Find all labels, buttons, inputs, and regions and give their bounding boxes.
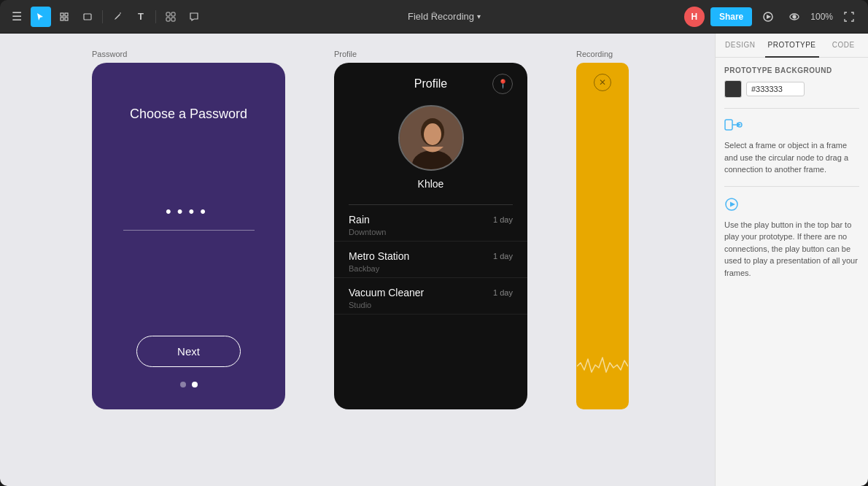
- waveform: [577, 337, 628, 398]
- profile-avatar: [398, 105, 464, 171]
- track-time-metro: 1 day: [493, 252, 513, 261]
- track-metro[interactable]: Metro Station 1 day Backbay: [334, 242, 527, 278]
- svg-rect-7: [166, 18, 170, 21]
- track-rain[interactable]: Rain 1 day Downtown: [334, 205, 527, 242]
- play-instruction-text: Use the play button in the top bar to pl…: [724, 219, 859, 279]
- password-frame-label: Password: [92, 50, 127, 58]
- track-name-metro: Metro Station: [349, 250, 409, 262]
- color-value-input[interactable]: [746, 82, 805, 96]
- pen-tool[interactable]: [107, 7, 128, 27]
- tab-code[interactable]: Code: [819, 34, 869, 57]
- topbar-center: Field Recording ▾: [210, 11, 678, 22]
- menu-icon[interactable]: ☰: [9, 7, 25, 26]
- color-input-row: [724, 80, 859, 98]
- svg-point-12: [793, 15, 796, 18]
- topbar: ☰ T: [0, 0, 868, 34]
- svg-rect-6: [171, 12, 175, 16]
- svg-marker-10: [767, 15, 771, 19]
- tool-separator: [102, 10, 103, 23]
- connection-instruction-text: Select a frame or object in a frame and …: [724, 139, 859, 176]
- panel-divider-2: [724, 186, 859, 187]
- svg-rect-4: [84, 14, 91, 20]
- zoom-level[interactable]: 100%: [810, 12, 833, 22]
- notification-dot: [433, 12, 436, 15]
- location-icon[interactable]: 📍: [492, 74, 513, 94]
- panel-content: Prototype Background: [716, 58, 868, 486]
- tab-prototype[interactable]: Prototype: [765, 34, 819, 58]
- track-location-vacuum: Studio: [349, 301, 513, 309]
- connection-icon: [724, 116, 748, 134]
- panel-divider-1: [724, 108, 859, 109]
- right-panel: Design Prototype Code Prototype Backgrou…: [715, 34, 868, 486]
- profile-username: Khloe: [334, 178, 527, 190]
- prototype-bg-label: Prototype Background: [724, 66, 859, 74]
- profile-frame: Profile 📍 Khloe: [334, 63, 527, 409]
- svg-rect-1: [65, 13, 68, 16]
- canvas[interactable]: Password Profile Recording Choose a Pass…: [0, 34, 715, 486]
- profile-frame-title: Profile: [414, 77, 447, 90]
- svg-rect-8: [171, 18, 175, 21]
- avatar-image: [400, 107, 462, 169]
- svg-rect-17: [725, 120, 732, 130]
- text-tool[interactable]: T: [131, 7, 151, 27]
- play-icon: [724, 196, 748, 213]
- share-button[interactable]: Share: [710, 7, 752, 26]
- password-frame: Choose a Password •••• Next: [92, 63, 285, 409]
- tool-separator-2: [155, 10, 156, 23]
- track-time-rain: 1 day: [493, 215, 513, 224]
- project-title[interactable]: Field Recording ▾: [408, 11, 481, 22]
- profile-frame-label: Profile: [334, 50, 357, 58]
- component-tool[interactable]: [160, 7, 181, 27]
- preview-button[interactable]: [784, 7, 805, 27]
- track-name-rain: Rain: [349, 214, 370, 225]
- dot-1: [180, 382, 186, 387]
- instruction-connection: Select a frame or object in a frame and …: [724, 116, 859, 176]
- svg-rect-2: [61, 18, 63, 20]
- dot-2: [192, 382, 198, 387]
- track-location-metro: Backbay: [349, 264, 513, 273]
- topbar-right: H Share 100%: [684, 7, 859, 27]
- profile-header: Profile 📍: [334, 63, 527, 98]
- svg-marker-20: [730, 201, 735, 207]
- instruction-play: Use the play button in the top bar to pl…: [724, 196, 859, 279]
- password-dots: ••••: [166, 202, 212, 221]
- fullscreen-button[interactable]: [839, 7, 859, 27]
- recording-frame: ✕: [576, 63, 629, 409]
- main-area: Password Profile Recording Choose a Pass…: [0, 34, 868, 486]
- track-vacuum[interactable]: Vacuum Cleaner 1 day Studio: [334, 278, 527, 315]
- svg-point-16: [424, 123, 441, 145]
- next-button[interactable]: Next: [136, 336, 241, 367]
- frame-tool[interactable]: [54, 7, 74, 27]
- comment-tool[interactable]: [184, 7, 204, 27]
- panel-tabs: Design Prototype Code: [716, 34, 868, 58]
- track-name-vacuum: Vacuum Cleaner: [349, 287, 424, 298]
- password-underline: [123, 230, 255, 231]
- user-avatar[interactable]: H: [684, 7, 705, 27]
- recording-close-button[interactable]: ✕: [594, 74, 611, 91]
- svg-rect-5: [166, 12, 170, 16]
- rectangle-tool[interactable]: [77, 7, 98, 27]
- select-tool[interactable]: [31, 7, 51, 27]
- pagination-dots: [180, 382, 198, 387]
- track-location-rain: Downtown: [349, 228, 513, 236]
- toolbar-tools: T: [31, 7, 204, 27]
- password-frame-title: Choose a Password: [130, 107, 247, 122]
- color-swatch[interactable]: [724, 80, 742, 98]
- recording-frame-label: Recording: [576, 50, 613, 58]
- svg-rect-3: [65, 18, 68, 20]
- track-time-vacuum: 1 day: [493, 288, 513, 297]
- svg-rect-0: [61, 13, 63, 16]
- tab-design[interactable]: Design: [716, 34, 765, 57]
- play-button[interactable]: [758, 7, 778, 27]
